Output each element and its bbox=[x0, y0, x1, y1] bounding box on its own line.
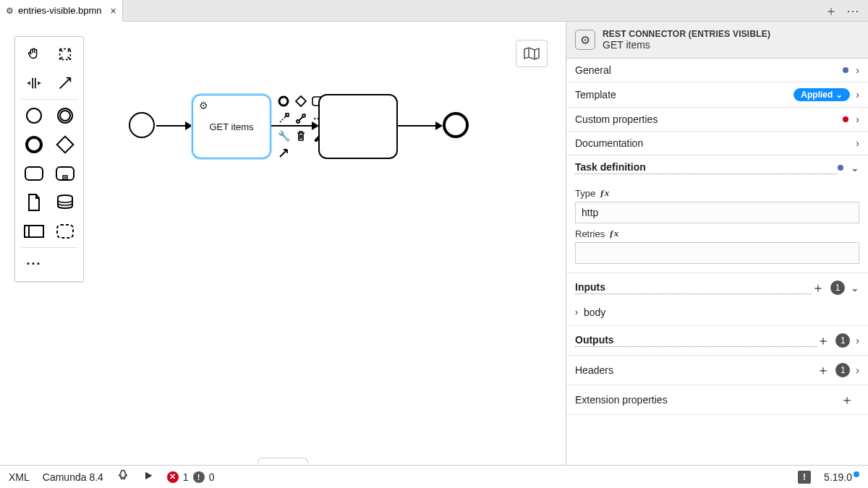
outputs-count-badge: 1 bbox=[835, 333, 850, 348]
properties-panel: ⚙ REST CONNECTOR (ENTRIES VISIBLE) GET i… bbox=[566, 22, 868, 465]
chevron-right-icon: › bbox=[575, 307, 578, 317]
svg-point-18 bbox=[302, 114, 305, 117]
chevron-right-icon: › bbox=[856, 364, 859, 376]
feedback-button[interactable]: ! bbox=[798, 471, 811, 484]
subprocess-tool[interactable] bbox=[49, 159, 80, 188]
engine-label[interactable]: Camunda 8.4 bbox=[43, 471, 103, 483]
data-store-tool[interactable] bbox=[49, 188, 80, 217]
gear-icon: ⚙ bbox=[199, 100, 208, 111]
chevron-down-icon: ⌄ bbox=[835, 90, 843, 100]
minimap-toggle[interactable] bbox=[516, 40, 548, 67]
problems-indicator[interactable]: ✕ 1 ! 0 bbox=[167, 471, 215, 483]
template-applied-badge[interactable]: Applied⌄ bbox=[793, 88, 850, 101]
retries-label: Retriesƒx bbox=[575, 228, 859, 239]
gear-icon: ⚙ bbox=[575, 30, 595, 50]
pad-replace[interactable] bbox=[294, 111, 308, 126]
fx-icon: ƒx bbox=[600, 187, 609, 199]
bpmn-task[interactable] bbox=[318, 94, 398, 159]
deploy-button[interactable] bbox=[116, 469, 129, 484]
pad-wrench-icon[interactable]: 🔧 bbox=[276, 129, 291, 143]
group-documentation[interactable]: Documentation › bbox=[566, 132, 868, 155]
group-tool[interactable] bbox=[49, 217, 80, 246]
svg-rect-6 bbox=[25, 167, 43, 180]
error-icon: ✕ bbox=[167, 471, 179, 483]
panel-header-subtitle: GET items bbox=[603, 39, 770, 51]
pad-delete-icon[interactable] bbox=[294, 129, 308, 143]
pad-annotation[interactable] bbox=[276, 111, 291, 126]
svg-rect-14 bbox=[296, 96, 306, 106]
panel-header-title: REST CONNECTOR (ENTRIES VISIBLE) bbox=[603, 29, 770, 39]
space-tool[interactable] bbox=[18, 69, 49, 98]
chevron-right-icon: › bbox=[856, 64, 859, 76]
run-button[interactable] bbox=[142, 470, 154, 484]
global-connect-tool[interactable] bbox=[49, 69, 80, 98]
group-inputs[interactable]: Inputs ＋ 1 ⌄ bbox=[566, 273, 868, 302]
add-output-button[interactable]: ＋ bbox=[817, 332, 830, 349]
version-label[interactable]: 5.19.0 bbox=[824, 471, 859, 483]
intermediate-event-tool[interactable] bbox=[49, 101, 80, 130]
status-bar: XML Camunda 8.4 ✕ 1 ! 0 ! 5.19.0 bbox=[0, 465, 868, 488]
pad-gateway[interactable] bbox=[294, 94, 308, 108]
type-label: Typeƒx bbox=[575, 187, 859, 199]
end-event-tool[interactable] bbox=[18, 130, 49, 159]
svg-rect-12 bbox=[57, 225, 73, 238]
type-input[interactable] bbox=[575, 202, 859, 223]
pad-end-event[interactable] bbox=[276, 94, 291, 108]
app-root: ⚙ entries-visible.bpmn × ＋ ⋯ bbox=[0, 0, 868, 488]
task-tool[interactable] bbox=[18, 159, 49, 188]
svg-point-4 bbox=[27, 137, 41, 152]
arrow-icon bbox=[435, 121, 443, 130]
group-template[interactable]: Template Applied⌄ › bbox=[566, 82, 868, 107]
svg-point-1 bbox=[27, 108, 41, 123]
status-dot-icon bbox=[838, 165, 843, 171]
bpmn-start-event[interactable] bbox=[129, 112, 155, 138]
sequence-flow[interactable] bbox=[398, 125, 440, 127]
gateway-tool[interactable] bbox=[49, 130, 80, 159]
warning-icon: ! bbox=[193, 471, 205, 483]
chevron-down-icon: ⌄ bbox=[851, 162, 859, 174]
chevron-right-icon: › bbox=[856, 89, 859, 100]
palette-more[interactable]: ··· bbox=[18, 249, 50, 278]
bpmn-end-event[interactable] bbox=[443, 112, 469, 138]
group-general[interactable]: General › bbox=[566, 59, 868, 82]
bpmn-task-selected[interactable]: ⚙ GET items bbox=[192, 94, 271, 159]
main-area: ··· ⚙ GET items ⚙ bbox=[0, 22, 868, 465]
task-definition-body: Typeƒx Retriesƒx bbox=[566, 180, 868, 273]
start-event-tool[interactable] bbox=[18, 101, 49, 130]
gear-icon: ⚙ bbox=[6, 6, 14, 16]
tab-menu-button[interactable]: ⋯ bbox=[846, 3, 859, 19]
hand-tool[interactable] bbox=[18, 40, 49, 69]
group-headers[interactable]: Headers ＋ 1 › bbox=[566, 356, 868, 385]
retries-input[interactable] bbox=[575, 242, 859, 264]
add-extension-button[interactable]: ＋ bbox=[841, 391, 854, 408]
add-input-button[interactable]: ＋ bbox=[812, 279, 825, 296]
fx-icon: ƒx bbox=[609, 228, 618, 239]
inputs-count-badge: 1 bbox=[830, 281, 845, 295]
participant-tool[interactable] bbox=[18, 217, 49, 246]
new-tab-button[interactable]: ＋ bbox=[825, 2, 838, 20]
file-tab[interactable]: ⚙ entries-visible.bpmn × bbox=[0, 0, 123, 22]
group-extension-properties[interactable]: Extension properties ＋ bbox=[566, 385, 868, 414]
svg-point-13 bbox=[279, 97, 288, 106]
xml-toggle[interactable]: XML bbox=[9, 471, 30, 483]
svg-rect-10 bbox=[25, 226, 43, 237]
error-dot-icon bbox=[843, 116, 848, 122]
chevron-right-icon: › bbox=[856, 335, 859, 346]
data-object-tool[interactable] bbox=[18, 188, 49, 217]
input-item-body[interactable]: › body bbox=[566, 302, 868, 325]
headers-count-badge: 1 bbox=[835, 363, 850, 377]
tool-palette: ··· bbox=[14, 36, 84, 282]
close-tab-icon[interactable]: × bbox=[111, 5, 116, 17]
diagram-canvas[interactable]: ··· ⚙ GET items ⚙ bbox=[0, 22, 566, 465]
panel-header: ⚙ REST CONNECTOR (ENTRIES VISIBLE) GET i… bbox=[566, 22, 868, 59]
bottom-panel-handle[interactable] bbox=[258, 458, 308, 463]
group-custom-properties[interactable]: Custom properties › bbox=[566, 108, 868, 131]
add-header-button[interactable]: ＋ bbox=[817, 361, 830, 379]
sequence-flow[interactable] bbox=[271, 125, 316, 127]
group-outputs[interactable]: Outputs ＋ 1 › bbox=[566, 326, 868, 355]
lasso-tool[interactable] bbox=[49, 40, 80, 69]
group-task-definition[interactable]: Task definition ⌄ bbox=[566, 155, 868, 180]
pad-connect[interactable] bbox=[276, 146, 291, 160]
status-dot-icon bbox=[843, 67, 848, 73]
chevron-right-icon: › bbox=[856, 114, 859, 125]
